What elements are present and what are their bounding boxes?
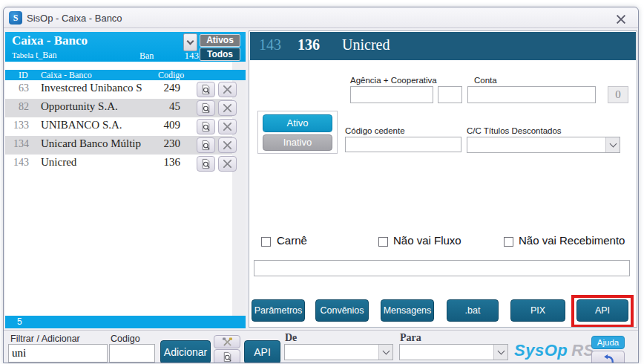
- detail-panel: 143 136 Unicred Agência + Cooperativa Co…: [249, 30, 637, 328]
- row-code: 45: [151, 100, 180, 113]
- ajuda-button[interactable]: Ajuda: [591, 336, 625, 349]
- detail-id: 143: [259, 36, 281, 53]
- table-row[interactable]: 134 Unicard Banco Múltip 230: [5, 136, 232, 155]
- observacao-input[interactable]: [254, 260, 630, 276]
- delete-button[interactable]: [218, 82, 237, 97]
- de-select[interactable]: [284, 344, 393, 360]
- undo-button[interactable]: [591, 351, 625, 363]
- row-code: 136: [151, 156, 180, 169]
- todos-button[interactable]: Todos: [200, 48, 240, 61]
- table-code: Ban: [139, 51, 154, 62]
- row-id: 143: [8, 157, 29, 169]
- agencia-input[interactable]: [350, 86, 433, 103]
- filter-input[interactable]: [8, 344, 108, 363]
- de-label: De: [285, 332, 297, 344]
- agencia-digit-input[interactable]: [438, 86, 462, 103]
- api-highlight-box: [571, 295, 634, 328]
- row-name: Investcred Unibanco S: [41, 82, 152, 94]
- row-id: 133: [8, 120, 29, 131]
- app-logo-icon: S: [9, 11, 22, 25]
- carne-label: Carnê: [277, 234, 307, 247]
- para-select[interactable]: [399, 344, 508, 360]
- codigo-label: Codigo: [111, 334, 140, 344]
- para-label: Para: [400, 332, 421, 344]
- hammer-wrench-icon: [222, 337, 233, 347]
- tools-button[interactable]: [214, 335, 240, 348]
- row-code: 230: [151, 137, 180, 150]
- chevron-down-icon: [493, 345, 507, 360]
- tabela-label: Tabela: [12, 51, 33, 59]
- ativos-button[interactable]: Ativos: [200, 34, 240, 47]
- document-magnifier-icon: [222, 351, 233, 363]
- detail-header: 143 136 Unicred: [250, 32, 636, 60]
- detail-code: 136: [298, 36, 320, 53]
- preview-button[interactable]: [197, 82, 215, 97]
- curved-arrow-left-icon: [602, 354, 615, 363]
- detail-name: Unicred: [342, 36, 390, 53]
- row-name: Unicred: [41, 156, 152, 169]
- codigo-cedente-input[interactable]: [345, 137, 461, 152]
- row-name: Unicard Banco Múltip: [41, 137, 152, 150]
- ativo-button[interactable]: Ativo: [263, 114, 332, 132]
- row-name: Opportunity S.A.: [41, 100, 152, 113]
- app-window: S SisOp - Caixa - Banco Caixa - Banco Ta…: [3, 7, 639, 363]
- status-groupbox: Ativo Inativo: [257, 111, 338, 154]
- inativo-button[interactable]: Inativo: [263, 134, 332, 151]
- row-name: UNIBANCO S.A.: [41, 119, 152, 131]
- parametros-button[interactable]: Parâmetros: [252, 299, 305, 322]
- col-id: ID: [19, 70, 28, 80]
- nao-vai-recebimento-label: Não vai Recebimento: [519, 234, 636, 247]
- preview-button[interactable]: [197, 119, 215, 134]
- nao-vai-fluxo-label: Não vai Fluxo: [393, 234, 461, 247]
- mensagens-button[interactable]: Mensagens: [381, 299, 434, 322]
- codigo-input[interactable]: [109, 344, 155, 363]
- brand-primary: SysOp: [514, 341, 568, 360]
- col-name: Caixa - Banco: [41, 70, 92, 80]
- cc-titulos-select[interactable]: [467, 137, 620, 153]
- adicionar-button[interactable]: Adicionar: [160, 340, 211, 363]
- chevron-down-icon: [187, 38, 194, 45]
- preview-button[interactable]: [214, 349, 240, 363]
- delete-button[interactable]: [218, 100, 237, 116]
- close-icon[interactable]: [616, 13, 626, 22]
- conta-label: Conta: [474, 76, 497, 85]
- delete-button[interactable]: [218, 119, 237, 134]
- row-id: 134: [8, 138, 29, 150]
- chevron-down-icon: [605, 137, 620, 152]
- table-row[interactable]: 133 UNIBANCO S.A. 409: [5, 117, 232, 136]
- delete-button[interactable]: [218, 137, 237, 153]
- row-code: 249: [151, 82, 180, 94]
- preview-button[interactable]: [197, 156, 215, 172]
- pix-button[interactable]: PIX: [510, 299, 565, 322]
- nao-vai-recebimento-checkbox[interactable]: [504, 237, 513, 247]
- table-header: ID Caixa - Banco Codigo: [5, 70, 246, 80]
- table-row[interactable]: 82 Opportunity S.A. 45: [5, 99, 232, 117]
- codigo-cedente-label: Código cedente: [345, 126, 405, 135]
- carne-checkbox[interactable]: [261, 237, 271, 247]
- nao-vai-fluxo-checkbox[interactable]: [378, 237, 388, 247]
- row-id: 63: [8, 82, 29, 94]
- filtered-count-bar: 5: [5, 316, 246, 328]
- delete-button[interactable]: [218, 156, 237, 172]
- conta-input[interactable]: [467, 86, 596, 103]
- table-row[interactable]: 63 Investcred Unibanco S 249: [5, 80, 232, 99]
- convenios-button[interactable]: Convênios: [315, 299, 369, 322]
- api-bottom-button[interactable]: API: [244, 340, 280, 363]
- bat-button[interactable]: .bat: [447, 299, 499, 322]
- panel-title: Caixa - Banco: [12, 33, 88, 48]
- titlebar[interactable]: S SisOp - Caixa - Banco: [4, 7, 638, 28]
- chevron-down-icon: [378, 345, 392, 360]
- brand-logo: SysOpRS: [514, 341, 595, 360]
- preview-button[interactable]: [197, 100, 215, 116]
- view-dropdown-button[interactable]: [183, 33, 197, 51]
- row-id: 82: [8, 101, 29, 113]
- col-code: Codigo: [158, 70, 184, 80]
- tabela-value: t_Ban: [36, 50, 57, 60]
- preview-button[interactable]: [197, 137, 215, 153]
- bottom-bar: Filtrar / Adicionar Codigo Adicionar API…: [4, 330, 639, 363]
- total-count: 143: [178, 50, 199, 62]
- cc-titulos-label: C/C Títulos Descontados: [467, 126, 562, 135]
- table-row[interactable]: 143 Unicred 136: [5, 155, 232, 173]
- table-name-label: Tabela t_Ban: [12, 50, 57, 61]
- row-code: 409: [151, 119, 180, 131]
